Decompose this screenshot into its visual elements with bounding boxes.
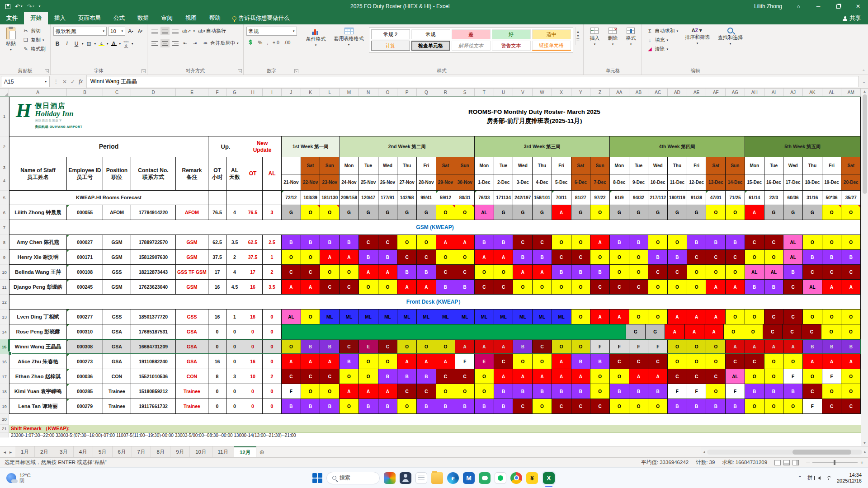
shift-cell-F[interactable]: F [455,354,475,369]
shift-cell-O[interactable]: O [475,265,494,280]
shift-cell-G[interactable]: G [494,205,514,220]
shift-cell-C[interactable]: C [436,265,456,280]
row-header-11[interactable]: 11 [0,280,9,295]
shift-cell-B[interactable]: B [513,250,533,265]
shift-cell-O[interactable]: O [340,399,359,414]
shift-cell-C[interactable]: C [571,399,591,414]
shift-cell-O[interactable]: O [571,310,591,324]
al-update-cell[interactable]: 2 [263,369,282,384]
shift-cell-C[interactable]: C [340,339,359,354]
clear-button[interactable]: ◢清除▾ [645,45,680,53]
sheet-tab-3月[interactable]: 3月 [54,446,74,457]
volume-icon[interactable] [818,476,821,480]
employee-id-cell[interactable]: 000310 [67,324,103,339]
shift-cell-F[interactable]: F [648,339,668,354]
sheet-tab-8月[interactable]: 8月 [151,446,170,457]
shift-cell-A[interactable]: A [726,280,745,295]
shift-cell-O[interactable]: O [610,369,629,384]
shift-cell-O[interactable]: O [513,280,533,295]
shift-cell-B[interactable]: B [764,384,784,399]
position-cell[interactable]: GSA [103,339,131,354]
shift-cell-A[interactable]: A [822,354,842,369]
shift-cell-B[interactable]: B [320,339,340,354]
shift-cell-C[interactable]: C [687,250,707,265]
shift-cell-C[interactable]: C [571,250,591,265]
confirm-entry-icon[interactable]: ✓ [71,79,75,85]
shift-cell-G[interactable]: G [397,205,417,220]
contact-cell[interactable]: 15521010536 [131,369,176,384]
format-as-table-button[interactable]: 套用表格格式▾ [331,26,367,48]
shift-cell-O[interactable]: O [706,339,726,354]
grow-font-button[interactable]: A▴ [127,27,135,36]
shift-cell-O[interactable]: O [340,369,359,384]
bold-button[interactable]: B [53,39,61,48]
shift-cell-F[interactable]: F [282,384,301,399]
shift-cell-ML[interactable]: ML [417,310,436,324]
staff-name-cell[interactable]: Rose Peng 彭晓露 [9,324,67,339]
al-update-cell[interactable]: 3.5 [263,280,282,295]
ribbon-tab-公式[interactable]: 公式 [107,12,131,24]
shift-cell-A[interactable]: A [455,235,475,250]
shift-cell-C[interactable]: C [494,354,514,369]
al-days-cell[interactable]: 0 [226,339,243,354]
column-header-F[interactable]: F [208,89,226,96]
shift-cell-O[interactable]: O [706,265,726,280]
font-size-select[interactable]: 10▾ [108,27,125,36]
clipboard-dialog-launcher-icon[interactable]: ↘ [45,69,49,73]
collapse-ribbon-icon[interactable]: ⌃ [862,69,865,74]
ot-update-cell[interactable]: 17 [243,265,263,280]
shift-cell-B[interactable]: B [590,265,610,280]
sheet-tab-1月[interactable]: 1月 [15,446,35,457]
copy-button[interactable]: ❏复制▾ [21,36,47,44]
format-cells-button[interactable]: 格式▾ [623,26,639,48]
customize-quick-access-icon[interactable]: ▾ [39,5,41,8]
new-sheet-button[interactable]: ⊕ [256,446,267,457]
shift-cell-B[interactable]: B [436,280,456,295]
shift-cell-O[interactable]: O [417,235,436,250]
shift-cell-B[interactable]: B [841,250,861,265]
shift-cell-A[interactable]: A [513,265,533,280]
shift-cell-C[interactable]: C [590,280,610,295]
taskbar-search-box[interactable]: 搜索 [326,472,380,484]
shift-cell-B[interactable]: B [513,339,533,354]
shift-cell-G[interactable]: G [648,205,668,220]
contact-cell[interactable]: 16684731209 [131,339,176,354]
shift-cell-F[interactable]: F [687,384,707,399]
conditional-formatting-button[interactable]: 条件格式▾ [303,26,329,49]
align-right-icon[interactable] [171,39,180,47]
shift-cell-B[interactable]: B [397,369,417,384]
shift-cell-B[interactable]: B [764,280,784,295]
shift-cell-G[interactable]: G [783,205,803,220]
network-icon[interactable] [826,476,831,480]
shift-cell-O[interactable]: O [668,339,687,354]
contact-cell[interactable]: 17889722570 [131,235,176,250]
shift-cell-O[interactable]: O [397,399,417,414]
contact-cell[interactable]: 18501377720 [131,310,176,324]
shift-cell-C[interactable]: C [841,265,861,280]
shift-cell-O[interactable]: O [841,324,861,339]
shift-cell-C[interactable]: C [494,280,514,295]
shift-cell-G[interactable]: G [340,205,359,220]
al-days-cell[interactable]: 4.5 [226,280,243,295]
weather-widget[interactable]: 12°C 阴 [0,473,37,483]
shift-cell-G[interactable]: G [533,205,552,220]
percent-style-button[interactable]: % [257,39,264,46]
shift-cell-O[interactable]: O [803,235,822,250]
shift-cell-A[interactable]: A [687,310,707,324]
shift-cell-C[interactable]: C [513,235,533,250]
shift-cell-A[interactable]: A [552,354,571,369]
shift-cell-A[interactable]: A [513,369,533,384]
cancel-entry-icon[interactable]: ✕ [62,79,67,85]
shift-cell-B[interactable]: B [648,384,668,399]
shift-cell-A[interactable]: A [552,369,571,384]
row-header-12[interactable]: 12 [0,295,9,310]
shift-cell-B[interactable]: B [301,399,321,414]
shift-cell-B[interactable]: B [687,399,707,414]
shift-cell-O[interactable]: O [783,399,803,414]
shift-cell-O[interactable]: O [359,280,378,295]
row-header-10[interactable]: 10 [0,265,9,280]
shift-cell-ML[interactable]: ML [320,310,340,324]
column-header-AA[interactable]: AA [610,89,629,96]
shift-cell-B[interactable]: B [706,399,726,414]
position-cell[interactable]: GSM [103,250,131,265]
